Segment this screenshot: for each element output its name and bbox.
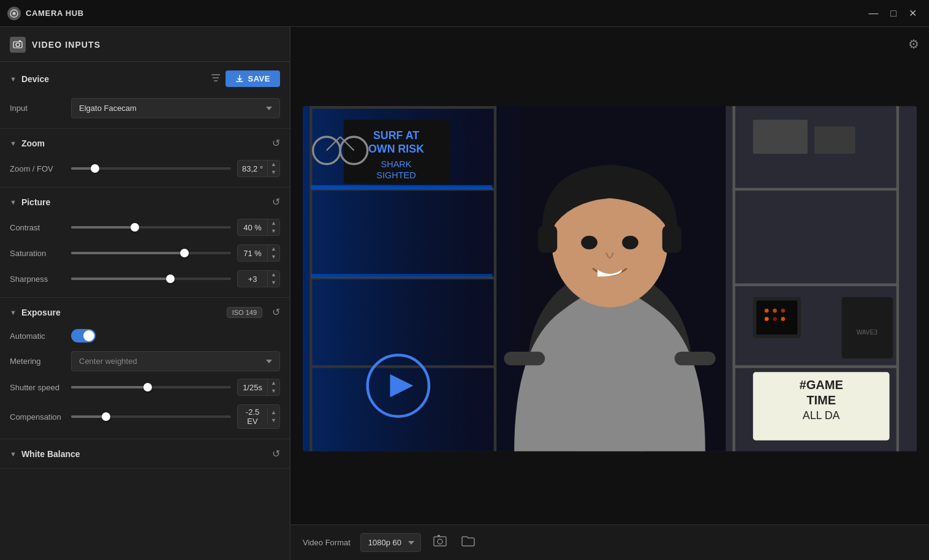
input-label: Input (10, 104, 71, 113)
left-panel: VIDEO INPUTS ▼ Device (0, 27, 290, 560)
chevron-down-icon: ▼ (10, 309, 17, 316)
settings-gear-button[interactable]: ⚙ (908, 37, 919, 51)
section-exposure-header[interactable]: ▼ Exposure ISO 149 ↺ (0, 298, 290, 327)
svg-point-54 (622, 236, 639, 249)
svg-point-60 (438, 539, 442, 544)
close-button[interactable]: ✕ (909, 7, 917, 19)
saturation-fill (71, 252, 184, 254)
svg-point-1 (13, 12, 16, 15)
contrast-label: Contrast (10, 223, 71, 232)
sharpness-value-box: +3 ▲ ▼ (237, 270, 280, 287)
contrast-down-button[interactable]: ▼ (268, 227, 279, 235)
section-exposure: ▼ Exposure ISO 149 ↺ Automatic (0, 298, 290, 439)
svg-rect-31 (897, 106, 899, 451)
metering-select[interactable]: Center weighted Spot Matrix (71, 351, 280, 371)
saturation-thumb[interactable] (180, 249, 189, 257)
compensation-label: Compensation (10, 412, 71, 422)
app-logo (7, 7, 21, 20)
video-scene-svg: SURF AT OWN RISK SHARK SIGHTED (303, 106, 917, 452)
shutter-fill (71, 386, 148, 388)
section-zoom-header[interactable]: ▼ Zoom ↺ (0, 129, 290, 157)
section-zoom-actions: ↺ (272, 137, 280, 149)
shutter-down-button[interactable]: ▼ (268, 387, 279, 395)
svg-point-42 (765, 317, 769, 321)
sharpness-row: Sharpness +3 ▲ ▼ (10, 270, 280, 287)
zoom-fov-arrows: ▲ ▼ (267, 161, 279, 176)
panel-header: VIDEO INPUTS (0, 27, 290, 62)
contrast-arrows: ▲ ▼ (267, 219, 279, 235)
format-select[interactable]: 1080p 60 1080p 30 720p 60 (360, 533, 421, 552)
section-picture: ▼ Picture ↺ Contrast (0, 187, 290, 298)
zoom-fov-slider-container[interactable] (71, 162, 231, 175)
filter-button[interactable] (211, 74, 221, 85)
contrast-up-button[interactable]: ▲ (268, 219, 279, 227)
shutter-thumb[interactable] (143, 383, 152, 392)
svg-rect-4 (19, 40, 21, 42)
sharpness-thumb[interactable] (166, 274, 175, 283)
shutter-value-box: 1/25s ▲ ▼ (237, 379, 280, 396)
sharpness-label: Sharpness (10, 274, 71, 284)
section-picture-title: Picture (21, 197, 50, 207)
zoom-fov-up-button[interactable]: ▲ (268, 161, 279, 168)
sharpness-slider-container[interactable] (71, 273, 231, 285)
shutter-slider-container[interactable] (71, 381, 231, 393)
maximize-button[interactable]: □ (890, 7, 897, 19)
contrast-fill (71, 226, 135, 229)
sharpness-up-button[interactable]: ▲ (268, 271, 279, 279)
video-frame: SURF AT OWN RISK SHARK SIGHTED (303, 106, 917, 452)
svg-rect-57 (504, 352, 545, 365)
chevron-down-icon: ▼ (10, 140, 17, 147)
compensation-down-button[interactable]: ▼ (268, 417, 279, 425)
automatic-toggle[interactable] (71, 329, 96, 342)
svg-point-53 (581, 236, 597, 249)
section-device-header[interactable]: ▼ Device (0, 62, 290, 96)
sharpness-down-button[interactable]: ▼ (268, 279, 279, 287)
svg-rect-49 (842, 297, 893, 358)
svg-rect-13 (309, 106, 496, 108)
contrast-track (71, 226, 231, 229)
zoom-reset-button[interactable]: ↺ (272, 137, 280, 149)
folder-button[interactable] (459, 533, 477, 552)
saturation-track (71, 252, 231, 254)
wb-reset-button[interactable]: ↺ (272, 448, 280, 460)
svg-point-43 (773, 317, 777, 321)
svg-text:#GAME: #GAME (800, 378, 843, 392)
section-device-content: Input Elgato Facecam (0, 96, 290, 128)
video-preview: SURF AT OWN RISK SHARK SIGHTED (290, 27, 929, 524)
shutter-arrows: ▲ ▼ (267, 379, 279, 395)
contrast-slider-container[interactable] (71, 221, 231, 233)
compensation-thumb[interactable] (102, 412, 110, 421)
shutter-up-button[interactable]: ▲ (268, 379, 279, 387)
compensation-up-button[interactable]: ▲ (268, 409, 279, 417)
saturation-down-button[interactable]: ▼ (268, 253, 279, 261)
app-title: CAMERA HUB (26, 9, 84, 18)
screenshot-button[interactable] (431, 532, 449, 553)
section-zoom-content: Zoom / FOV 83,2 ° ▲ ▼ (0, 157, 290, 187)
svg-rect-36 (814, 127, 855, 154)
minimize-button[interactable]: — (868, 7, 878, 19)
section-zoom-title: Zoom (21, 138, 45, 148)
exposure-reset-button[interactable]: ↺ (272, 306, 280, 318)
saturation-value-box: 71 % ▲ ▼ (237, 244, 280, 262)
zoom-fov-down-button[interactable]: ▼ (268, 168, 279, 176)
compensation-value-box: -2.5 EV ▲ ▼ (237, 404, 280, 429)
device-select[interactable]: Elgato Facecam (71, 98, 280, 118)
svg-point-41 (781, 309, 785, 313)
svg-rect-16 (309, 365, 496, 368)
svg-text:TIME: TIME (806, 393, 836, 407)
svg-rect-30 (732, 106, 735, 451)
shutter-row: Shutter speed 1/25s ▲ ▼ (10, 379, 280, 396)
section-wb-actions: ↺ (272, 448, 280, 460)
section-wb-header[interactable]: ▼ White Balance ↺ (0, 439, 290, 468)
zoom-fov-thumb[interactable] (91, 164, 99, 173)
picture-reset-button[interactable]: ↺ (272, 196, 280, 208)
compensation-slider-container[interactable] (71, 411, 231, 423)
saturation-label: Saturation (10, 249, 71, 258)
section-picture-header[interactable]: ▼ Picture ↺ (0, 187, 290, 216)
contrast-thumb[interactable] (131, 223, 139, 232)
save-button[interactable]: SAVE (226, 70, 280, 87)
saturation-up-button[interactable]: ▲ (268, 245, 279, 253)
svg-text:SHARK: SHARK (381, 160, 412, 170)
saturation-slider-container[interactable] (71, 247, 231, 259)
sharpness-arrows: ▲ ▼ (267, 271, 279, 287)
